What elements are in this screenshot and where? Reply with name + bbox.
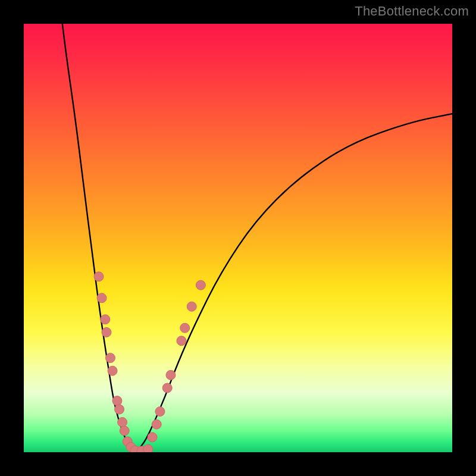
curve-marker [115, 405, 124, 414]
curve-markers [94, 272, 205, 452]
chart-stage: TheBottleneck.com [0, 0, 476, 476]
curve-marker [187, 302, 196, 311]
bottleneck-curve-left [62, 24, 135, 452]
curve-marker [108, 366, 117, 375]
curve-marker [102, 327, 111, 337]
curve-marker [155, 407, 165, 416]
curve-marker [177, 336, 186, 346]
plot-area [24, 24, 452, 452]
curve-marker [101, 315, 110, 324]
curve-marker [143, 444, 153, 452]
curve-marker [120, 426, 129, 436]
curve-marker [166, 370, 176, 380]
curve-layer [24, 24, 452, 452]
curve-marker [94, 272, 104, 281]
curve-marker [97, 293, 107, 303]
bottleneck-curve-right [135, 114, 452, 452]
watermark-text: TheBottleneck.com [355, 4, 469, 19]
curve-marker [152, 419, 161, 429]
curve-marker [112, 396, 122, 406]
curve-marker [105, 353, 115, 363]
curve-marker [180, 323, 190, 333]
curve-marker [196, 280, 205, 290]
curve-marker [118, 418, 127, 427]
curve-marker [162, 383, 172, 393]
curve-marker [148, 433, 157, 442]
